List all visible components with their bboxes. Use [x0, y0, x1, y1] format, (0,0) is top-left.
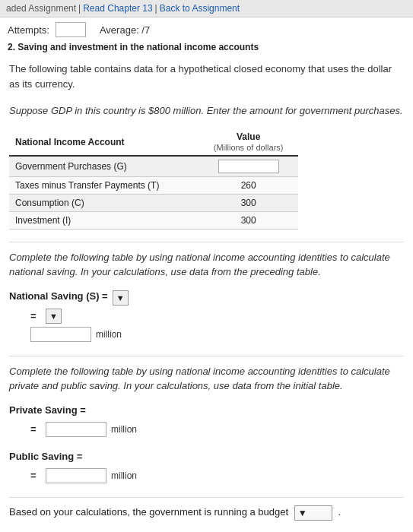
public-saving-equals: =: [30, 470, 41, 481]
main-content: The following table contains data for a …: [0, 57, 413, 532]
private-saving-equals: =: [30, 423, 41, 435]
table-row: Consumption (C)300: [9, 194, 298, 211]
national-income-table: National Income Account Value (Millions …: [9, 129, 298, 230]
national-saving-equals2: =: [30, 310, 41, 321]
national-saving-row2: = ▼: [9, 309, 404, 324]
col2-header: Value (Millions of dollars): [199, 129, 298, 156]
account-cell: Investment (I): [9, 211, 199, 229]
budget-suffix: .: [338, 506, 341, 518]
col1-header: National Income Account: [9, 129, 199, 156]
dropdown1-arrow-icon: ▼: [116, 293, 125, 302]
col2-subheader: (Millions of dollars): [214, 143, 284, 152]
attempts-label: Attempts:: [8, 24, 49, 36]
account-cell: Taxes minus Transfer Payments (T): [9, 176, 199, 194]
account-cell: Government Purchases (G): [9, 156, 199, 177]
public-saving-row1: Public Saving =: [9, 451, 404, 465]
section-title: 2. Saving and investment in the national…: [0, 40, 413, 57]
average-label: Average: /7: [100, 24, 150, 36]
question1-text: Suppose GDP in this country is $800 mill…: [9, 103, 404, 119]
budget-dropdown-arrow-icon: ▼: [298, 508, 307, 518]
top-navigation: aded Assignment | Read Chapter 13 | Back…: [0, 0, 413, 17]
dropdown2-arrow-icon: ▼: [49, 312, 58, 321]
public-saving-input[interactable]: [46, 468, 106, 483]
national-saving-input[interactable]: [30, 327, 91, 342]
national-saving-dropdown2[interactable]: ▼: [46, 309, 62, 324]
table-row: Government Purchases (G): [9, 156, 298, 177]
national-saving-million: million: [96, 329, 122, 340]
value-cell: 300: [199, 194, 298, 211]
section-text: Saving and investment in the national in…: [17, 42, 259, 52]
table-row: Taxes minus Transfer Payments (T)260: [9, 176, 298, 194]
back-to-assignment-link[interactable]: Back to Assignment: [160, 3, 240, 14]
national-saving-section: National Saving (S) = ▼ = ▼ million: [9, 290, 404, 342]
national-saving-input-row: million: [9, 327, 404, 342]
public-saving-million: million: [111, 470, 137, 481]
account-cell: Consumption (C): [9, 194, 199, 211]
public-saving-section: Public Saving = = million: [9, 451, 404, 483]
table-body: Government Purchases (G)Taxes minus Tran…: [9, 156, 298, 230]
national-saving-dropdown1[interactable]: ▼: [113, 290, 129, 306]
private-saving-million: million: [111, 424, 137, 435]
nav-graded-text: aded Assignment: [6, 3, 76, 14]
national-saving-row1: National Saving (S) = ▼: [9, 290, 404, 306]
private-saving-row2: = million: [9, 422, 404, 437]
value-input[interactable]: [218, 160, 279, 173]
private-saving-label: Private Saving =: [9, 404, 86, 416]
intro-text: The following table contains data for a …: [9, 62, 404, 91]
read-chapter-link[interactable]: Read Chapter 13: [83, 3, 152, 14]
question3-text: Complete the following table by using na…: [9, 364, 404, 394]
attempts-row: Attempts: Average: /7: [0, 17, 413, 40]
private-saving-row1: Private Saving =: [9, 404, 404, 419]
table-row: Investment (I)300: [9, 211, 298, 229]
value-cell: 260: [199, 176, 298, 194]
value-cell: 300: [199, 211, 298, 229]
nav-sep2: |: [155, 3, 157, 14]
attempts-input[interactable]: [56, 22, 86, 37]
budget-question-row: Based on your calculations, the governme…: [9, 505, 404, 521]
question2-text: Complete the following table by using na…: [9, 250, 404, 280]
private-saving-input[interactable]: [46, 422, 106, 437]
divider3: [9, 497, 404, 498]
national-saving-label: National Saving (S) =: [9, 290, 108, 302]
budget-dropdown[interactable]: ▼: [294, 505, 332, 521]
section-number: 2.: [8, 42, 15, 52]
value-cell[interactable]: [199, 156, 298, 177]
divider2: [9, 356, 404, 356]
budget-prefix: Based on your calculations, the governme…: [9, 506, 288, 518]
private-saving-section: Private Saving = = million: [9, 404, 404, 437]
public-saving-row2: = million: [9, 468, 404, 483]
nav-sep1: |: [78, 3, 81, 14]
public-saving-label: Public Saving =: [9, 451, 82, 462]
divider1: [9, 242, 404, 242]
